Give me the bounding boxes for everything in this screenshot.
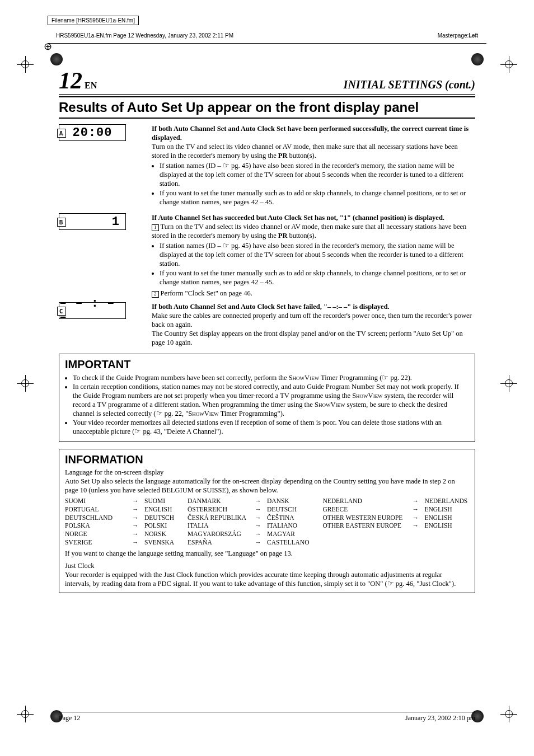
just-clock-heading: Just Clock [65,561,469,570]
crop-mark-icon: ⊕ [44,40,52,53]
lang-outro: If you want to change the language setti… [65,549,469,558]
lang-row: DEUTSCHLAND→DEUTSCH [65,514,174,522]
scenario-b-title: If Auto Channel Set has succeeded but Au… [152,213,475,222]
important-title: IMPORTANT [65,358,469,372]
language-table: SUOMI→SUOMIPORTUGAL→ENGLISHDEUTSCHLAND→D… [65,497,469,546]
page-number: 12EN [59,67,97,94]
just-clock-text: Your recorder is equipped with the Just … [65,570,469,588]
lang-row: MAGYARORSZÁG→MAGYAR [188,530,309,538]
scenario-c-title: If both Auto Channel Set and Auto Clock … [152,302,475,311]
scenario-a-bullet-1: If station names (ID – ☞ pg. 45) have al… [160,161,475,188]
lang-row: PORTUGAL→ENGLISH [65,505,174,514]
lang-row: SVERIGE→SVENSKA [65,538,174,547]
lang-row: POLSKA→POLSKI [65,522,174,530]
fm-line: HRS5950EU1a-EN.fm Page 12 Wednesday, Jan… [56,32,233,39]
lang-heading: Language for the on-screen display [65,468,469,477]
display-frame-c: C – – : – – [59,302,126,319]
display-value-c: – – : – – [59,297,125,325]
lang-row: NEDERLAND→NEDERLANDS [322,497,467,505]
display-label-c: C [57,307,66,316]
scenario-b-step1: 1Turn on the TV and select its video cha… [152,222,475,240]
main-heading: Results of Auto Set Up appear on the fro… [59,96,475,119]
scenario-c-para2: The Country Set display appears on the f… [152,329,475,347]
display-value-b: 1 [112,215,120,229]
lang-row: GREECE→ENGLISH [322,505,467,514]
important-box: IMPORTANT To check if the Guide Program … [59,354,475,442]
lang-row: ČESKÁ REPUBLIKA→ČEŠTINA [188,514,309,522]
lang-intro: Auto Set Up also selects the language au… [65,477,469,495]
masterpage-value: Left [469,32,478,39]
display-frame-b: B 1 [59,213,126,230]
scenario-a-para: Turn on the TV and select its video chan… [152,142,475,160]
footer-date: January 23, 2002 2:10 pm [405,714,475,722]
important-bullet-3: Your video recorder memorizes all detect… [73,418,469,436]
lang-row: NORGE→NORSK [65,530,174,538]
filename-label: Filename [HRS5950EU1a-EN.fm] [48,16,139,25]
lang-row: DANMARK→DANSK [188,497,309,505]
information-title: INFORMATION [65,453,469,467]
display-frame-a: A 20:00 [59,124,126,141]
display-label-b: B [57,218,66,227]
information-box: INFORMATION Language for the on-screen d… [59,449,475,593]
scenario-a-title: If both Auto Channel Set and Auto Clock … [152,124,475,142]
scenario-b-bullet-2: If you want to set the tuner manually su… [160,269,475,287]
scenario-c-para1: Make sure the cables are connected prope… [152,311,475,329]
lang-row: OTHER WESTERN EUROPE→ENGLISH [322,514,467,522]
lang-row: SUOMI→SUOMI [65,497,174,505]
lang-row: ÖSTERREICH→DEUTSCH [188,505,309,514]
page-lang: EN [85,81,97,90]
lang-row: ITALIA→ITALIANO [188,522,309,530]
scenario-b-step2: 2Perform "Clock Set" on page 46. [152,289,475,298]
section-title: INITIAL SETTINGS (cont.) [344,78,475,91]
display-value-a: 20:00 [72,126,112,140]
page-number-value: 12 [59,68,82,93]
important-bullet-2: In certain reception conditions, station… [73,382,469,418]
lang-row: ESPAÑA→CASTELLANO [188,538,309,547]
important-bullet-1: To check if the Guide Program numbers ha… [73,373,469,382]
scenario-a-bullet-2: If you want to set the tuner manually su… [160,189,475,206]
display-label-a: A [57,129,66,138]
lang-row: OTHER EASTERN EUROPE→ENGLISH [322,522,467,530]
masterpage-prefix: Masterpage: [438,32,469,39]
masterpage-label: Masterpage:Left [438,32,478,39]
scenario-b-bullet-1: If station names (ID – ☞ pg. 45) have al… [160,241,475,268]
footer-page: Page 12 [59,714,80,722]
